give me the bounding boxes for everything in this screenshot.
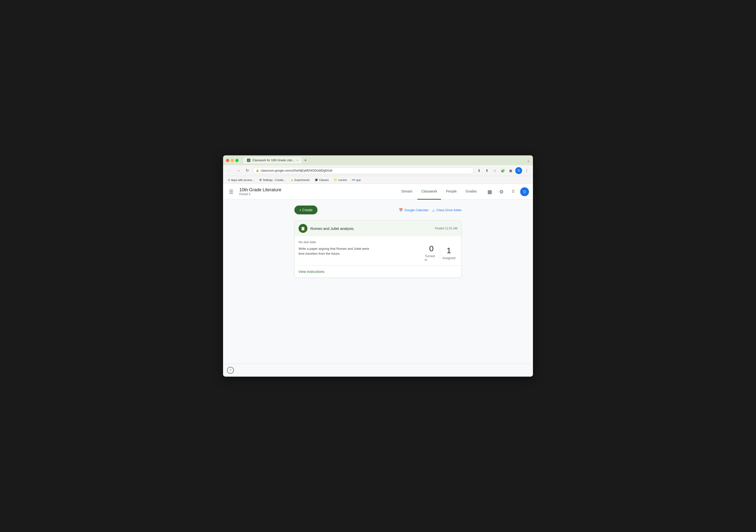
- nav-icons: ⬇ ⬆ ☆ 🧩 ▣ D ⋮: [476, 167, 530, 174]
- extensions-icon[interactable]: 🧩: [500, 168, 506, 174]
- bookmark-experiments-label: Experiments: [295, 178, 310, 181]
- bookmark-apps-label: Apps with access...: [231, 178, 254, 181]
- card-description-section: No due date Write a paper arguing that R…: [299, 240, 423, 256]
- folder-icon: 📁: [334, 178, 338, 182]
- active-tab[interactable]: ✓ Classwork for 10th Grade Liter... ×: [243, 157, 302, 164]
- action-bar: + Create 📅 Google Calendar △ Class Drive…: [294, 205, 462, 214]
- profile-avatar[interactable]: D: [515, 167, 522, 174]
- nav-stream[interactable]: Stream: [397, 184, 417, 200]
- reload-button[interactable]: ↻: [244, 167, 251, 174]
- turned-in-number: 0: [429, 244, 434, 253]
- bookmark-gcp-label: gcp: [356, 178, 361, 181]
- google-apps-button[interactable]: ⠿: [508, 187, 518, 197]
- bookmark-settings[interactable]: ⚙ Settings - Cookie...: [257, 177, 288, 182]
- create-button[interactable]: + Create: [294, 205, 317, 214]
- assignment-card: 📋 Romeo and Juliet analysis. Posted 11:5…: [294, 220, 462, 278]
- menu-button[interactable]: ⋮: [524, 168, 530, 174]
- title-bar-controls: ⌄: [527, 158, 530, 163]
- quick-links: 📅 Google Calendar △ Class Drive folder: [399, 208, 462, 212]
- title-bar: ✓ Classwork for 10th Grade Liter... × + …: [223, 155, 533, 165]
- card-header: 📋 Romeo and Juliet analysis. Posted 11:5…: [295, 221, 461, 236]
- nav-grades[interactable]: Grades: [462, 184, 481, 200]
- api-icon: API: [352, 179, 355, 181]
- google-icon: G: [228, 178, 230, 181]
- nav-people[interactable]: People: [442, 184, 461, 200]
- view-instructions-button[interactable]: View instructions: [299, 269, 324, 275]
- browser-window: ✓ Classwork for 10th Grade Liter... × + …: [223, 155, 533, 377]
- bookmark-apps[interactable]: G Apps with access...: [226, 178, 256, 182]
- tab-favicon-icon: ✓: [248, 159, 250, 162]
- due-date: No due date: [299, 240, 423, 244]
- back-button[interactable]: ←: [226, 167, 233, 174]
- url-text: classroom.google.com/u/0/w/NjEyMDI4ODIxM…: [261, 169, 332, 172]
- content-area: + Create 📅 Google Calendar △ Class Drive…: [223, 200, 533, 363]
- bookmark-classes-label: Classes: [319, 178, 329, 181]
- user-avatar[interactable]: D: [520, 187, 529, 196]
- content-wrapper: + Create 📅 Google Calendar △ Class Drive…: [294, 205, 462, 278]
- bookmark-current[interactable]: 📁 current: [332, 177, 349, 182]
- close-window-button[interactable]: [226, 159, 229, 162]
- bookmark-gcp[interactable]: API gcp: [350, 178, 363, 182]
- lock-icon: 🔒: [256, 169, 259, 172]
- card-stats-section: 0 Turned in 1 Assigned: [423, 240, 457, 266]
- google-calendar-link[interactable]: 📅 Google Calendar: [399, 208, 428, 212]
- nav-classwork[interactable]: Classwork: [418, 184, 441, 200]
- tab-bar: ✓ Classwork for 10th Grade Liter... × +: [243, 157, 525, 164]
- app-title: 10th Grade Literature: [239, 187, 281, 193]
- app-subtitle: Period 3: [239, 193, 281, 196]
- bookmark-current-label: current: [338, 178, 347, 181]
- card-body-row: No due date Write a paper arguing that R…: [295, 236, 461, 266]
- bookmark-icon[interactable]: ☆: [492, 168, 498, 174]
- turned-in-label: Turned in: [425, 254, 438, 262]
- app-header: ☰ 10th Grade Literature Period 3 Stream …: [223, 184, 533, 200]
- bookmark-classes[interactable]: 🎓 Classes: [312, 177, 331, 182]
- drive-folder-icon: △: [432, 208, 435, 212]
- assigned-label: Assigned: [442, 256, 455, 260]
- main-nav: Stream Classwork People Grades: [397, 184, 481, 200]
- bookmark-settings-label: Settings - Cookie...: [263, 178, 286, 181]
- sidebar-icon[interactable]: ▣: [507, 168, 514, 174]
- share-icon[interactable]: ⬆: [484, 168, 490, 174]
- card-footer: View instructions: [295, 266, 461, 278]
- help-button[interactable]: ?: [227, 367, 234, 374]
- settings-button[interactable]: ⚙: [497, 187, 506, 197]
- nav-bar: ← → ↻ 🔒 classroom.google.com/u/0/w/NjEyM…: [223, 165, 533, 176]
- experiments-icon: ▲: [291, 178, 294, 182]
- url-bar[interactable]: 🔒 classroom.google.com/u/0/w/NjEyMDI4ODI…: [253, 167, 474, 174]
- new-tab-button[interactable]: +: [303, 157, 309, 164]
- assignment-description: Write a paper arguing that Romeo and Jul…: [299, 246, 372, 256]
- class-drive-folder-link[interactable]: △ Class Drive folder: [432, 208, 462, 212]
- hamburger-icon: ☰: [229, 189, 233, 195]
- minimize-window-button[interactable]: [231, 159, 234, 162]
- stat-assigned: 1 Assigned: [440, 244, 457, 262]
- assignment-icon: 📋: [299, 224, 308, 233]
- stat-turned-in: 0 Turned in: [423, 242, 440, 264]
- class-drive-folder-label: Class Drive folder: [436, 208, 462, 212]
- header-icons: ▦ ⚙ ⠿ D: [485, 187, 529, 197]
- google-apps-icon: ⠿: [512, 189, 515, 194]
- assigned-number: 1: [446, 246, 451, 255]
- hamburger-menu-button[interactable]: ☰: [227, 187, 235, 197]
- bookmark-experiments[interactable]: ▲ Experiments: [289, 177, 311, 182]
- posted-time: Posted 11:51 AM: [435, 227, 457, 230]
- assignment-title[interactable]: Romeo and Juliet analysis.: [310, 226, 432, 230]
- tab-title: Classwork for 10th Grade Liter...: [252, 159, 295, 162]
- app-title-section: 10th Grade Literature Period 3: [239, 187, 281, 196]
- forward-button[interactable]: →: [235, 167, 242, 174]
- settings-icon: ⚙: [499, 189, 504, 195]
- settings-bookmark-icon: ⚙: [259, 178, 262, 182]
- tab-close-button[interactable]: ×: [297, 159, 298, 162]
- tab-favicon: ✓: [247, 159, 250, 162]
- display-mode-button[interactable]: ▦: [485, 187, 495, 197]
- google-calendar-label: Google Calendar: [404, 208, 428, 212]
- google-classroom-app: ☰ 10th Grade Literature Period 3 Stream …: [223, 184, 533, 363]
- assignment-icon-glyph: 📋: [301, 226, 306, 231]
- traffic-lights: [226, 159, 239, 162]
- download-icon[interactable]: ⬇: [476, 168, 482, 174]
- display-mode-icon: ▦: [487, 189, 492, 195]
- calendar-icon: 📅: [399, 208, 403, 212]
- maximize-window-button[interactable]: [235, 159, 239, 162]
- footer: ?: [223, 363, 533, 377]
- bookmarks-bar: G Apps with access... ⚙ Settings - Cooki…: [223, 176, 533, 184]
- classes-icon: 🎓: [314, 178, 318, 182]
